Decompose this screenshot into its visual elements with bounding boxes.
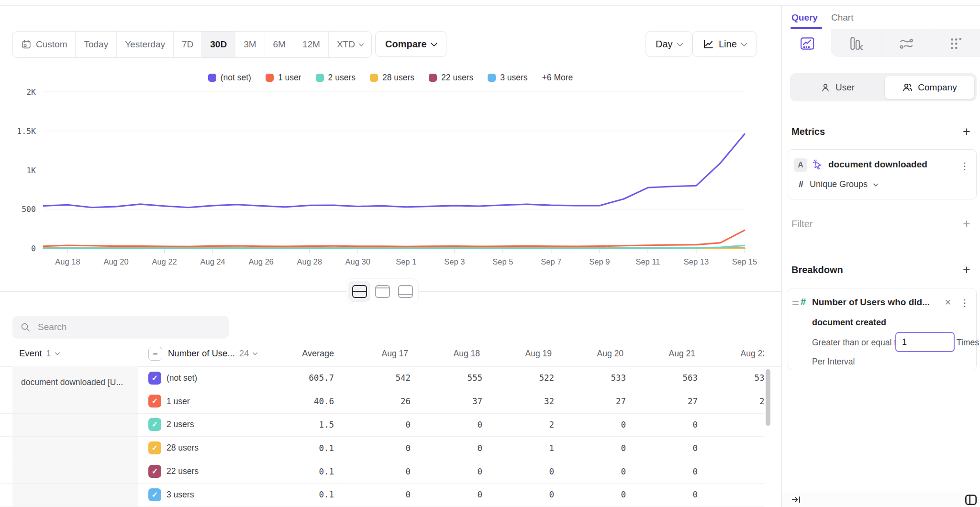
- series-label: 3 users: [167, 483, 194, 507]
- table-scrollbar[interactable]: [766, 369, 770, 426]
- chart-type-tab-flow[interactable]: [881, 29, 931, 57]
- metric-card: A document downloaded ⋮ # Unique Groups: [788, 149, 977, 199]
- range-custom[interactable]: Custom: [13, 32, 75, 57]
- top-panel-view-icon: [375, 285, 390, 298]
- toggle-sidebar-icon[interactable]: [964, 493, 977, 506]
- chart-type-label: Line: [719, 39, 737, 50]
- flow-icon: [899, 36, 913, 50]
- scope-toggle: User Company: [790, 73, 977, 101]
- average-value: 40.6: [267, 390, 334, 413]
- data-cell: 27: [559, 390, 626, 413]
- svg-text:Aug 26: Aug 26: [249, 257, 274, 266]
- collapse-panel-icon[interactable]: [791, 495, 801, 505]
- metric-kebab-menu[interactable]: ⋮: [960, 161, 969, 171]
- breakdown-kebab-menu[interactable]: ⋮: [960, 298, 969, 308]
- range-6m[interactable]: 6M: [265, 32, 294, 57]
- svg-text:Sep 13: Sep 13: [684, 257, 709, 266]
- series-checkbox[interactable]: ✓: [148, 465, 161, 478]
- series-checkbox[interactable]: ✓: [148, 418, 161, 431]
- add-breakdown-button[interactable]: +: [960, 264, 973, 276]
- svg-text:500: 500: [22, 205, 36, 214]
- compare-button[interactable]: Compare: [375, 31, 446, 57]
- range-label: Yesterday: [125, 39, 165, 50]
- range-3m[interactable]: 3M: [235, 32, 264, 57]
- event-pointer-icon: [812, 159, 824, 171]
- table-row: ✓(not set)605.7542555522533563536: [0, 366, 764, 390]
- chevron-down-icon: [431, 40, 437, 47]
- range-12m[interactable]: 12M: [294, 32, 328, 57]
- add-metric-button[interactable]: +: [960, 125, 973, 138]
- bottom-panel-view-button[interactable]: [394, 281, 416, 302]
- aggregation-label: Unique Groups: [810, 179, 868, 189]
- scope-option-user[interactable]: User: [790, 73, 885, 101]
- svg-text:1K: 1K: [26, 166, 36, 175]
- data-cell: 0: [415, 436, 482, 460]
- table-row: ✓2 users1.5002000: [0, 413, 764, 437]
- line-chart-icon: [800, 36, 814, 50]
- chart-type-tabs: [782, 29, 980, 57]
- add-filter-button[interactable]: +: [960, 218, 973, 230]
- data-cell: 0: [344, 413, 411, 437]
- tab-query[interactable]: Query: [791, 12, 818, 23]
- chart-type-tab-line-chart[interactable]: [782, 29, 831, 57]
- search-input[interactable]: [37, 321, 221, 333]
- drag-handle[interactable]: [792, 300, 799, 306]
- data-cell: 563: [631, 366, 698, 390]
- data-cell: 0: [559, 460, 626, 483]
- range-yesterday[interactable]: Yesterday: [116, 32, 173, 57]
- series-label: 2 users: [167, 413, 194, 437]
- chart-type-button[interactable]: Line: [692, 31, 757, 57]
- svg-text:Sep 5: Sep 5: [492, 257, 513, 266]
- chart-type-tab-dot-grid[interactable]: [931, 29, 980, 57]
- data-cell: 0: [559, 413, 626, 437]
- svg-text:Sep 9: Sep 9: [589, 257, 610, 266]
- date-column-header: Aug 20: [559, 341, 624, 366]
- range-xtd[interactable]: XTD: [328, 32, 371, 57]
- analytics-app: CustomTodayYesterday7D30D3M6M12MXTD Comp…: [0, 0, 980, 507]
- scope-option-company[interactable]: Company: [885, 76, 974, 99]
- range-label: 12M: [302, 39, 320, 50]
- chart-type-tab-bar-chart[interactable]: [831, 29, 880, 57]
- series-checkbox[interactable]: ✓: [148, 395, 161, 408]
- series-checkbox[interactable]: ✓: [148, 441, 161, 454]
- data-cell: 27: [631, 390, 698, 413]
- data-cell: 536: [702, 366, 764, 390]
- data-cell: 0: [702, 460, 764, 483]
- series-label: 28 users: [167, 436, 199, 460]
- range-7d[interactable]: 7D: [173, 32, 201, 57]
- series-checkbox[interactable]: ✓: [148, 372, 161, 385]
- remove-breakdown-button[interactable]: ✕: [945, 298, 951, 308]
- svg-text:Aug 24: Aug 24: [200, 257, 225, 266]
- calendar-icon: [21, 39, 32, 50]
- range-label: 3M: [244, 39, 256, 50]
- table-row: ✓22 users0.1000000: [0, 460, 764, 484]
- data-cell: 0: [344, 483, 411, 507]
- series-label: 1 user: [167, 390, 190, 413]
- person-icon: [820, 82, 831, 93]
- breakdown-value-input[interactable]: [895, 332, 955, 352]
- date-column-header: Aug 19: [487, 341, 552, 366]
- average-value: 605.7: [267, 366, 334, 390]
- date-column-header: Aug 18: [415, 341, 480, 366]
- series-checkbox[interactable]: ✓: [148, 488, 161, 501]
- data-cell: 542: [344, 366, 411, 390]
- svg-text:Sep 7: Sep 7: [541, 257, 561, 266]
- aggregation-dropdown[interactable]: # Unique Groups: [799, 179, 878, 189]
- tab-chart[interactable]: Chart: [831, 12, 853, 23]
- svg-text:Sep 3: Sep 3: [444, 257, 465, 266]
- top-panel-view-button[interactable]: [371, 281, 393, 302]
- data-cell: 0: [702, 483, 764, 507]
- range-today[interactable]: Today: [75, 32, 116, 57]
- granularity-button[interactable]: Day: [646, 31, 692, 57]
- panel-footer: [782, 491, 980, 507]
- data-cell: 0: [631, 460, 698, 483]
- chevron-down-icon: [677, 40, 683, 47]
- range-30d[interactable]: 30D: [201, 32, 235, 57]
- breakdown-heading: Breakdown: [791, 265, 843, 276]
- search-icon: [20, 322, 31, 332]
- split-view-button[interactable]: [348, 281, 370, 302]
- series-line-1-user: [44, 230, 745, 246]
- table-column-divider: [341, 341, 341, 507]
- average-value: 0.1: [267, 460, 334, 483]
- chevron-down-icon: [873, 181, 878, 186]
